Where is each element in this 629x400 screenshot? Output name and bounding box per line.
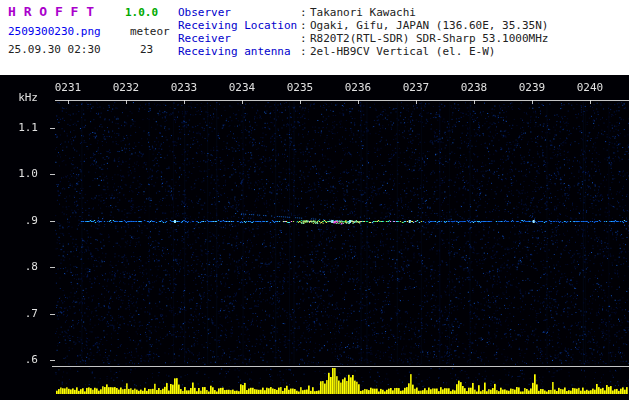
info-separator: :: [300, 32, 310, 45]
info-value: 2el-HB9CV Vertical (el. E-W): [310, 45, 495, 58]
header: H R O F F T 1.0.0 2509300230.png meteor …: [0, 0, 629, 75]
time-tick-label: 0235: [287, 81, 314, 94]
frequency-unit-label: kHz: [8, 91, 38, 104]
station-info: Observer:Takanori KawachiReceiving Locat…: [178, 6, 548, 58]
info-label: Observer: [178, 6, 300, 19]
info-value: R820T2(RTL-SDR) SDR-Sharp 53.1000MHz: [310, 32, 548, 45]
frequency-tick-label: 1.0: [8, 167, 38, 180]
time-tick-label: 0237: [403, 81, 430, 94]
info-row: Receiver:R820T2(RTL-SDR) SDR-Sharp 53.10…: [178, 32, 548, 45]
app-version: 1.0.0: [125, 6, 158, 19]
info-value: Ogaki, Gifu, JAPAN (136.60E, 35.35N): [310, 19, 548, 32]
observation-mode: meteor: [130, 25, 170, 38]
info-label: Receiving Location: [178, 19, 300, 32]
frequency-tick-label: .9: [8, 214, 38, 227]
info-separator: :: [300, 45, 310, 58]
frequency-tick-label: .8: [8, 260, 38, 273]
time-tick-label: 0236: [345, 81, 372, 94]
timestamp: 25.09.30 02:30: [8, 43, 101, 56]
spectrogram-canvas: [0, 75, 629, 400]
info-label: Receiving antenna: [178, 45, 300, 58]
echo-count: 23: [140, 43, 153, 56]
time-tick-label: 0234: [229, 81, 256, 94]
frequency-tick-label: .7: [8, 307, 38, 320]
time-tick-label: 0231: [55, 81, 82, 94]
info-label: Receiver: [178, 32, 300, 45]
time-tick-label: 0233: [171, 81, 198, 94]
time-tick-label: 0239: [519, 81, 546, 94]
time-tick-label: 0238: [461, 81, 488, 94]
info-value: Takanori Kawachi: [310, 6, 416, 19]
time-tick-label: 0232: [113, 81, 140, 94]
info-row: Observer:Takanori Kawachi: [178, 6, 548, 19]
hrofft-window: H R O F F T 1.0.0 2509300230.png meteor …: [0, 0, 629, 400]
info-row: Receiving Location:Ogaki, Gifu, JAPAN (1…: [178, 19, 548, 32]
info-separator: :: [300, 6, 310, 19]
app-title: H R O F F T: [8, 4, 94, 19]
info-row: Receiving antenna:2el-HB9CV Vertical (el…: [178, 45, 548, 58]
frequency-tick-label: .6: [8, 353, 38, 366]
time-tick-label: 0240: [577, 81, 604, 94]
output-filename: 2509300230.png: [8, 25, 101, 38]
frequency-tick-label: 1.1: [8, 121, 38, 134]
spectrogram-panel: 0231023202330234023502360237023802390240…: [0, 75, 629, 400]
info-separator: :: [300, 19, 310, 32]
